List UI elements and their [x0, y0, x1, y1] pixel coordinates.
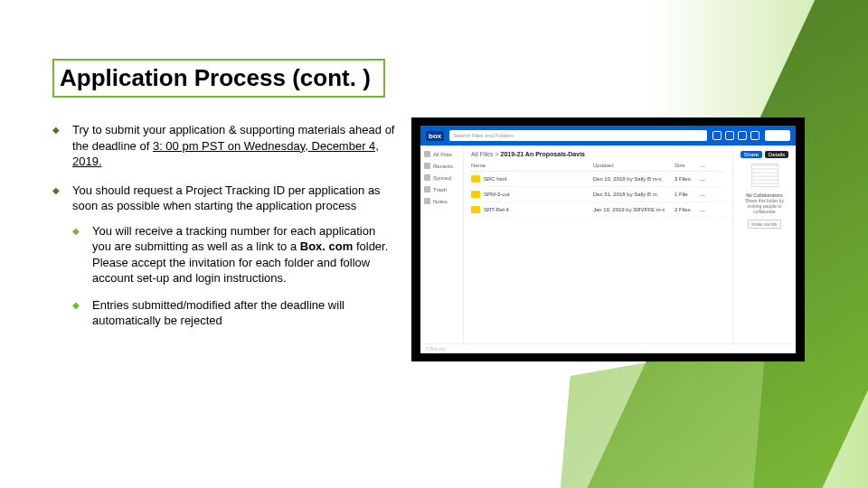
table-row[interactable]: SRC html Dec 10, 2018 by Sally B m-c 3 F…	[471, 172, 725, 187]
clock-icon	[424, 163, 430, 169]
folder-icon	[424, 151, 430, 157]
bullet-item: Entries submitted/modified after the dea…	[72, 297, 396, 329]
cell-size: 2 Files	[675, 207, 700, 212]
content: Try to submit your application & support…	[52, 122, 396, 342]
nav-label: Synced	[433, 175, 451, 181]
bullet-text: You should request a Project Tracking ID…	[72, 183, 381, 213]
list-header: Name Updated Size ⋯	[471, 161, 725, 172]
share-button[interactable]: Share	[741, 151, 762, 158]
nav-label: All Files	[433, 152, 452, 157]
cell-updated: Jan 10, 2019 by SRVFFE m-c	[593, 207, 675, 212]
bullet-item: You should request a Project Tracking ID…	[52, 183, 396, 329]
cell-size: 3 Files	[675, 176, 700, 182]
row-actions[interactable]: ⋯	[700, 207, 725, 213]
box-com-label: Box. com	[300, 239, 354, 253]
main-pane: All Files > 2019-21 An Proposals-Davis N…	[464, 145, 732, 343]
row-actions[interactable]: ⋯	[700, 192, 725, 198]
box-topbar: box Search Files and Folders	[420, 126, 796, 145]
title-box: Application Process (cont. )	[52, 59, 385, 98]
box-logo: box	[426, 131, 444, 141]
details-button[interactable]: Details	[765, 151, 788, 158]
breadcrumb-prefix: All Files >	[471, 151, 500, 157]
left-nav: All Files Recents Synced Trash Notes	[420, 145, 464, 343]
avatar-icon[interactable]	[750, 131, 760, 140]
search-input[interactable]: Search Files and Folders	[449, 130, 707, 141]
cell-updated: Dec 31, 2018 by Sally B m	[593, 192, 675, 197]
nav-label: Trash	[433, 187, 447, 192]
breadcrumb: All Files > 2019-21 An Proposals-Davis	[471, 151, 725, 157]
nav-item-synced[interactable]: Synced	[424, 174, 459, 181]
bullet-text: Entries submitted/modified after the dea…	[92, 298, 344, 328]
col-updated[interactable]: Updated	[593, 163, 675, 169]
nav-item-trash[interactable]: Trash	[424, 186, 459, 192]
cell-updated: Dec 10, 2018 by Sally B m-c	[593, 176, 675, 182]
col-size[interactable]: Size	[675, 163, 700, 169]
row-actions[interactable]: ⋯	[700, 176, 725, 183]
nav-item-notes[interactable]: Notes	[424, 198, 459, 204]
col-actions: ⋯	[700, 163, 725, 169]
table-row[interactable]: SRT-Rel-4 Jan 10, 2019 by SRVFFE m-c 2 F…	[471, 202, 725, 218]
note-icon	[424, 198, 430, 204]
folder-icon	[471, 175, 480, 183]
folder-icon	[471, 191, 480, 198]
bullet-item: Try to submit your application & support…	[52, 122, 396, 170]
folder-preview-icon	[751, 164, 778, 187]
new-button[interactable]	[765, 130, 790, 141]
slide-title: Application Process (cont. )	[60, 64, 371, 92]
cell-name: SPM-2-out	[484, 192, 593, 197]
grid-icon[interactable]	[712, 131, 722, 140]
details-pane: Share Details No Collaborators Share thi…	[732, 145, 796, 343]
bullet-item: You will receive a tracking number for e…	[72, 223, 396, 286]
bell-icon[interactable]	[725, 131, 734, 140]
help-icon[interactable]	[738, 131, 747, 140]
nav-item-recents[interactable]: Recents	[424, 163, 459, 169]
cell-name: SRC html	[484, 176, 593, 182]
decor-shape	[554, 342, 767, 488]
box-body: All Files Recents Synced Trash Notes All…	[420, 145, 796, 343]
cell-size: 1 File	[675, 192, 700, 197]
slide: Application Process (cont. ) Try to subm…	[0, 0, 868, 488]
panel-subtitle: Share this folder by inviting people to …	[745, 198, 784, 214]
box-app-screenshot: box Search Files and Folders All Files R…	[420, 126, 796, 353]
box-footer: © Box Inc	[420, 343, 796, 353]
screenshot-frame: box Search Files and Folders All Files R…	[411, 117, 805, 361]
trash-icon	[424, 186, 430, 192]
cell-name: SRT-Rel-4	[484, 207, 593, 212]
invite-link-button[interactable]: Invite via link	[748, 220, 781, 229]
sync-icon	[424, 174, 430, 181]
nav-item-all-files[interactable]: All Files	[424, 151, 459, 157]
folder-icon	[471, 206, 480, 213]
topbar-icons	[712, 131, 760, 140]
breadcrumb-current: 2019-21 An Proposals-Davis	[500, 151, 585, 157]
table-row[interactable]: SPM-2-out Dec 31, 2018 by Sally B m 1 Fi…	[471, 187, 725, 202]
nav-label: Recents	[433, 164, 453, 169]
col-name[interactable]: Name	[471, 163, 593, 169]
nav-label: Notes	[433, 199, 448, 204]
